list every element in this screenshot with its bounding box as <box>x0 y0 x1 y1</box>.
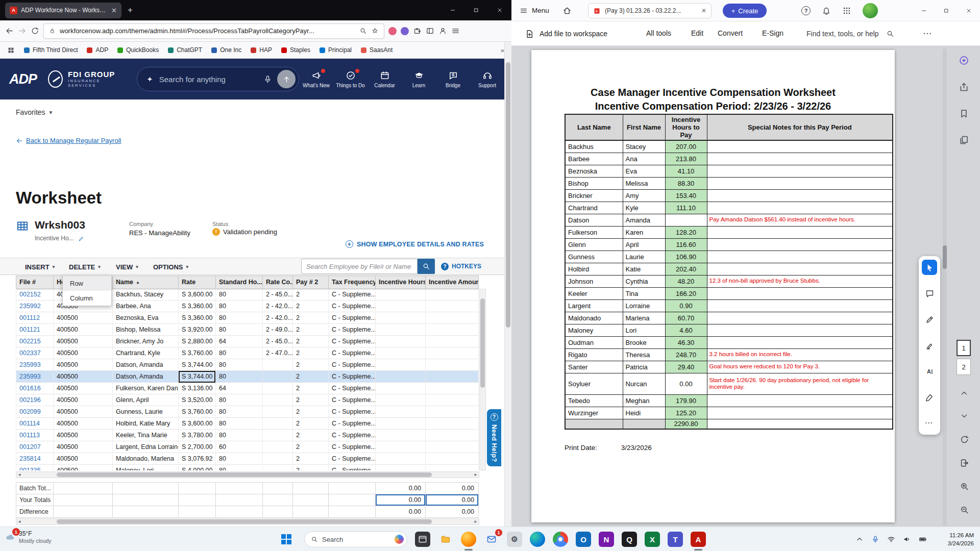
cell-name[interactable]: Barbee, Ana <box>113 300 179 312</box>
bookmarks-grid-icon[interactable] <box>7 46 15 54</box>
cell-file[interactable]: 001121 <box>16 324 54 336</box>
copilot-icon[interactable] <box>395 535 404 544</box>
menu-options[interactable]: OPTIONS▾ <box>153 258 188 276</box>
adp-search-bar[interactable]: Search for anything <box>137 67 299 91</box>
new-tab-button[interactable]: + <box>128 5 133 15</box>
cell-pay2[interactable]: 2 <box>293 300 329 312</box>
weather-widget[interactable]: 1 35°F Mostly cloudy <box>5 530 52 544</box>
favorites-label[interactable]: Favorites <box>16 108 45 116</box>
document-scrollbar[interactable] <box>943 48 947 527</box>
cell-name[interactable]: Chartrand, Kyle <box>113 347 179 359</box>
cell-inc-hours[interactable] <box>376 394 426 406</box>
column-header-inc-hours[interactable]: Incentive Hours <box>376 276 426 289</box>
taskbar-app-file-explorer[interactable] <box>438 532 453 547</box>
tab-close-icon[interactable]: ✕ <box>111 7 117 14</box>
tool-more-button[interactable]: ⋯ <box>922 416 937 431</box>
scrollbar-thumb[interactable] <box>506 62 510 328</box>
acrobat-tool-edit[interactable]: Edit <box>691 29 703 37</box>
cell-inc-amount[interactable] <box>426 465 479 470</box>
show-employee-details-link[interactable]: + SHOW EMPLOYEE DETAILS AND RATES <box>346 240 484 248</box>
cell-pay2[interactable]: 2 <box>293 383 329 394</box>
cell-rate[interactable]: S 3,744.00 <box>179 359 216 371</box>
worksheet-row[interactable]: 001335400500Maloney, LoriS 4,000.00802C … <box>16 465 479 470</box>
cell-file[interactable]: 002215 <box>16 336 54 347</box>
worksheet-row[interactable]: 235993400500Datson, AmandaS 3,744.00802C… <box>16 359 479 371</box>
cell-dept[interactable]: 400500 <box>54 453 113 465</box>
worksheet-row[interactable]: 001113400500Keeler, Tina MarieS 3,780.00… <box>16 430 479 441</box>
cell-rateco[interactable] <box>263 453 293 465</box>
bookmark-item-adp[interactable]: ADP <box>87 46 108 54</box>
cell-file[interactable]: 235993 <box>16 371 54 383</box>
cell-std[interactable]: 80 <box>216 430 263 441</box>
cell-pay2[interactable]: 2 <box>293 359 329 371</box>
taskbar-app-acrobat[interactable]: A <box>691 532 706 547</box>
scroll-left-icon[interactable]: ◄ <box>16 519 22 524</box>
cell-tax[interactable]: C - Suppleme... <box>329 453 376 465</box>
cell-inc-hours[interactable] <box>376 371 426 383</box>
cell-inc-hours[interactable] <box>376 300 426 312</box>
cell-dept[interactable]: 400500 <box>54 394 113 406</box>
acrobat-menu-button[interactable]: Menu <box>520 7 549 15</box>
cell-rate[interactable]: S 3,076.92 <box>179 453 216 465</box>
cell-inc-amount[interactable] <box>426 347 479 359</box>
cell-inc-hours[interactable] <box>376 465 426 470</box>
cell-name[interactable]: Glenn, April <box>113 394 179 406</box>
cell-inc-hours[interactable] <box>376 324 426 336</box>
maximize-button[interactable] <box>935 0 958 21</box>
worksheet-row[interactable]: 001112400500Beznoska, EvaS 3,360.00802 -… <box>16 312 479 324</box>
cell-rateco[interactable] <box>263 441 293 453</box>
mic-icon[interactable] <box>263 75 272 84</box>
column-header-rateco[interactable]: Rate Co... <box>263 276 293 289</box>
cell-std[interactable]: 80 <box>216 347 263 359</box>
scrollbar-thumb[interactable] <box>57 519 432 524</box>
cell-inc-amount[interactable] <box>426 324 479 336</box>
apps-grid-icon[interactable] <box>842 6 851 15</box>
cell-tax[interactable]: C - Suppleme... <box>329 441 376 453</box>
worksheet-row[interactable]: 001121400500Bishop, MelissaS 3,920.00802… <box>16 324 479 336</box>
export-doc-button[interactable] <box>960 458 969 468</box>
cell-inc-hours[interactable] <box>376 430 426 441</box>
cell-pay2[interactable]: 2 <box>293 453 329 465</box>
find-tools-search[interactable]: Find text, tools, or help <box>806 21 894 46</box>
adp-nav-things-to-do[interactable]: Things to Do <box>333 70 368 88</box>
zoom-icon[interactable] <box>359 27 367 35</box>
worksheet-row[interactable]: 002337400500Chartrand, KyleS 3,760.00802… <box>16 347 479 359</box>
acrobat-tool-all-tools[interactable]: All tools <box>646 29 671 37</box>
cell-rateco[interactable]: 2 - 42.0... <box>263 300 293 312</box>
worksheet-row[interactable]: 002215400500Brickner, Amy JoS 2,880.0064… <box>16 336 479 347</box>
pages-button[interactable] <box>959 135 969 145</box>
cell-std[interactable]: 80 <box>216 289 263 300</box>
cell-inc-hours[interactable] <box>376 406 426 418</box>
cell-inc-amount[interactable] <box>426 300 479 312</box>
cell-file[interactable]: 235993 <box>16 359 54 371</box>
cell-rate[interactable]: S 3,920.00 <box>179 324 216 336</box>
reload-icon[interactable] <box>31 27 39 35</box>
employee-search-input[interactable] <box>301 259 418 274</box>
cell-name[interactable]: Datson, Amanda <box>113 359 179 371</box>
cell-name[interactable]: Datson, Amanda <box>113 371 179 383</box>
cell-pay2[interactable]: 2 <box>293 441 329 453</box>
bookmark-star-icon[interactable] <box>371 27 379 35</box>
mic-icon[interactable] <box>871 535 879 543</box>
bookmarks-overflow-icon[interactable]: » <box>501 46 504 54</box>
cell-tax[interactable]: C - Suppleme... <box>329 430 376 441</box>
taskbar-app-edge[interactable] <box>530 532 545 547</box>
cell-pay2[interactable]: 2 <box>293 312 329 324</box>
cell-rate[interactable]: S 3,760.00 <box>179 347 216 359</box>
cell-inc-amount[interactable] <box>426 383 479 394</box>
extension-icon[interactable] <box>388 27 397 35</box>
scrollbar-thumb[interactable] <box>480 298 485 388</box>
column-header-tax[interactable]: Tax Frequency <box>329 276 376 289</box>
cell-name[interactable]: Keeler, Tina Marie <box>113 430 179 441</box>
cell-pay2[interactable]: 2 <box>293 394 329 406</box>
cell-inc-hours[interactable] <box>376 418 426 430</box>
scrollbar-thumb[interactable] <box>57 472 432 477</box>
worksheet-row[interactable]: 001114400500Holbird, Katie MaryS 3,600.0… <box>16 418 479 430</box>
battery-icon[interactable] <box>919 535 927 543</box>
cell-std[interactable]: 60 <box>216 441 263 453</box>
page-thumb-2[interactable]: 2 <box>957 359 971 375</box>
grid-horizontal-scrollbar[interactable]: ◄ ► <box>16 471 479 478</box>
cell-std[interactable]: 80 <box>216 453 263 465</box>
cell-tax[interactable]: C - Suppleme... <box>329 406 376 418</box>
cell-std[interactable]: 80 <box>216 394 263 406</box>
